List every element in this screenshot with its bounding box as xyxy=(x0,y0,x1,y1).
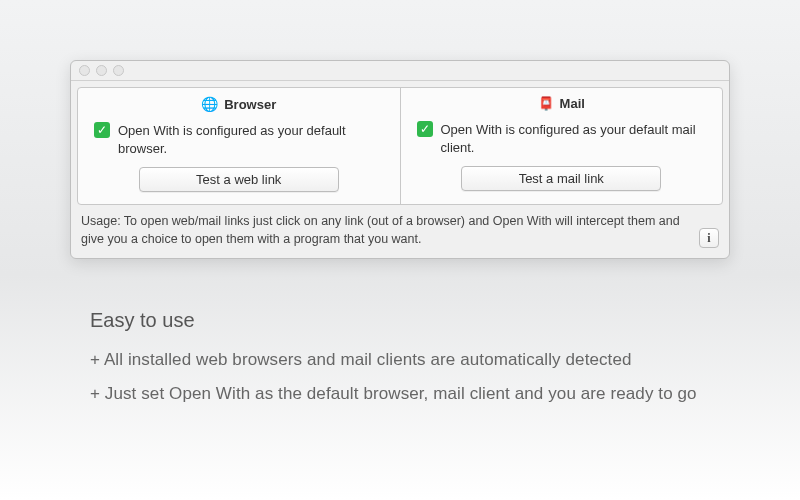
usage-text: Usage: To open web/mail links just click… xyxy=(81,213,691,248)
marketing-copy: Easy to use + All installed web browsers… xyxy=(70,309,730,418)
check-icon: ✓ xyxy=(417,121,433,137)
browser-panel-header: 🌐 Browser xyxy=(92,96,386,118)
info-button[interactable]: i xyxy=(699,228,719,248)
mail-app-icon: 📮 xyxy=(538,96,554,111)
mail-status-row: ✓ Open With is configured as your defaul… xyxy=(415,117,709,166)
test-mail-link-button[interactable]: Test a mail link xyxy=(461,166,661,191)
zoom-icon[interactable] xyxy=(113,65,124,76)
usage-row: Usage: To open web/mail links just click… xyxy=(71,205,729,258)
panels-container: 🌐 Browser ✓ Open With is configured as y… xyxy=(77,87,723,205)
browser-status-row: ✓ Open With is configured as your defaul… xyxy=(92,118,386,167)
browser-status-text: Open With is configured as your default … xyxy=(118,122,384,157)
check-icon: ✓ xyxy=(94,122,110,138)
app-window: 🌐 Browser ✓ Open With is configured as y… xyxy=(70,60,730,259)
mail-panel-header: 📮 Mail xyxy=(415,96,709,117)
marketing-bullet-1: + All installed web browsers and mail cl… xyxy=(90,350,730,370)
minimize-icon[interactable] xyxy=(96,65,107,76)
mail-panel: 📮 Mail ✓ Open With is configured as your… xyxy=(400,88,723,204)
marketing-bullet-2: + Just set Open With as the default brow… xyxy=(90,384,730,404)
browser-panel-title: Browser xyxy=(224,97,276,112)
globe-icon: 🌐 xyxy=(201,96,218,112)
mail-panel-title: Mail xyxy=(560,96,585,111)
mail-status-text: Open With is configured as your default … xyxy=(441,121,707,156)
browser-panel: 🌐 Browser ✓ Open With is configured as y… xyxy=(78,88,400,204)
titlebar xyxy=(71,61,729,81)
marketing-headline: Easy to use xyxy=(90,309,730,332)
close-icon[interactable] xyxy=(79,65,90,76)
test-web-link-button[interactable]: Test a web link xyxy=(139,167,339,192)
